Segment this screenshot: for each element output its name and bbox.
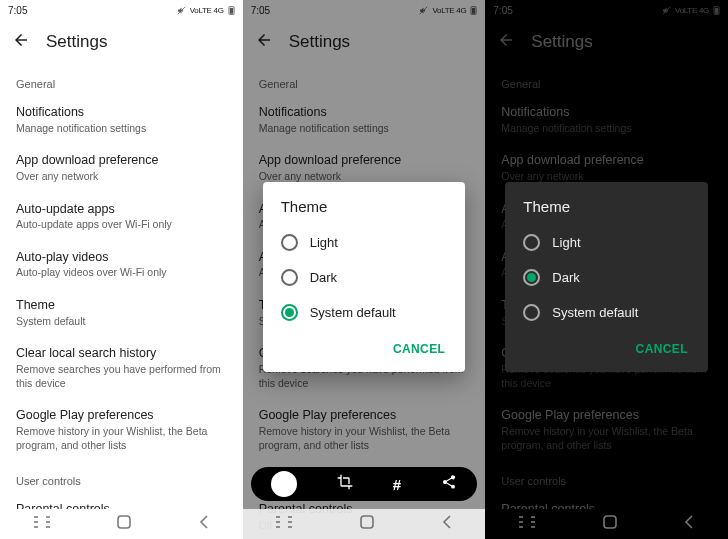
row-title: Theme: [16, 298, 227, 314]
status-indicators: VoLTE 4G: [177, 6, 235, 15]
row-sub: Over any network: [16, 170, 227, 184]
nav-back-icon[interactable]: [683, 515, 695, 533]
status-time: 7:05: [8, 5, 27, 16]
row-sub: Auto-update apps over Wi-Fi only: [16, 218, 227, 232]
row-sub: System default: [16, 315, 227, 329]
radio-icon: [523, 304, 540, 321]
theme-option-system[interactable]: System default: [505, 295, 708, 330]
nav-recents-icon[interactable]: [275, 515, 293, 533]
screenshot-thumb[interactable]: [271, 471, 297, 497]
row-title: Google Play preferences: [16, 408, 227, 424]
theme-option-light[interactable]: Light: [263, 225, 466, 260]
crop-icon[interactable]: [337, 474, 353, 494]
dialog-title: Theme: [505, 198, 708, 225]
row-title: Notifications: [16, 105, 227, 121]
theme-dialog: Theme Light Dark System default CANCEL: [505, 182, 708, 372]
row-auto-play[interactable]: Auto-play videos Auto-play videos over W…: [0, 241, 243, 289]
status-bar: 7:05 VoLTE 4G: [0, 0, 243, 20]
row-sub: Remove searches you have performed from …: [16, 363, 227, 390]
svg-rect-29: [604, 516, 616, 528]
row-sub: Auto-play videos over Wi-Fi only: [16, 266, 227, 280]
theme-option-dark[interactable]: Dark: [263, 260, 466, 295]
nav-home-icon[interactable]: [359, 514, 375, 534]
nav-home-icon[interactable]: [116, 514, 132, 534]
theme-option-system[interactable]: System default: [263, 295, 466, 330]
screenshot-light-theme-dialog: 7:05 VoLTE 4G Settings General Notificat…: [243, 0, 486, 539]
screenshot-dark-theme-dialog: 7:05 VoLTE 4G Settings General Notificat…: [485, 0, 728, 539]
theme-option-light[interactable]: Light: [505, 225, 708, 260]
theme-dialog: Theme Light Dark System default CANCEL: [263, 182, 466, 372]
radio-icon: [523, 234, 540, 251]
svg-rect-19: [361, 516, 373, 528]
row-clear-history[interactable]: Clear local search history Remove search…: [0, 337, 243, 399]
nav-home-icon[interactable]: [602, 514, 618, 534]
nav-recents-icon[interactable]: [518, 515, 536, 533]
row-title: Auto-update apps: [16, 202, 227, 218]
radio-selected-icon: [281, 304, 298, 321]
screenshot-toolbar: #: [251, 467, 478, 501]
row-sub: Manage notification settings: [16, 122, 227, 136]
radio-selected-icon: [523, 269, 540, 286]
nav-back-icon[interactable]: [198, 515, 210, 533]
section-header-general: General: [0, 64, 243, 96]
row-notifications[interactable]: Notifications Manage notification settin…: [0, 96, 243, 144]
nav-back-icon[interactable]: [441, 515, 453, 533]
cancel-button[interactable]: CANCEL: [385, 336, 453, 362]
hashtag-icon[interactable]: #: [393, 476, 401, 493]
section-header-user-controls: User controls: [0, 461, 243, 493]
cancel-button[interactable]: CANCEL: [628, 336, 696, 362]
nav-recents-icon[interactable]: [33, 515, 51, 533]
row-theme[interactable]: Theme System default: [0, 289, 243, 337]
row-auto-update[interactable]: Auto-update apps Auto-update apps over W…: [0, 193, 243, 241]
row-download-pref[interactable]: App download preference Over any network: [0, 144, 243, 192]
nav-bar: [0, 509, 243, 539]
row-play-prefs[interactable]: Google Play preferences Remove history i…: [0, 399, 243, 461]
page-title: Settings: [46, 32, 107, 52]
row-title: Clear local search history: [16, 346, 227, 362]
theme-option-dark[interactable]: Dark: [505, 260, 708, 295]
radio-icon: [281, 269, 298, 286]
row-title: App download preference: [16, 153, 227, 169]
share-icon[interactable]: [441, 474, 457, 494]
app-bar: Settings: [0, 20, 243, 64]
nav-bar: [243, 509, 486, 539]
radio-icon: [281, 234, 298, 251]
svg-rect-2: [230, 7, 233, 13]
back-icon[interactable]: [12, 31, 30, 53]
nav-bar: [485, 509, 728, 539]
row-sub: Remove history in your Wishlist, the Bet…: [16, 425, 227, 452]
dialog-title: Theme: [263, 198, 466, 225]
row-title: Auto-play videos: [16, 250, 227, 266]
svg-rect-9: [118, 516, 130, 528]
screenshot-light-settings: 7:05 VoLTE 4G Settings General Notificat…: [0, 0, 243, 539]
